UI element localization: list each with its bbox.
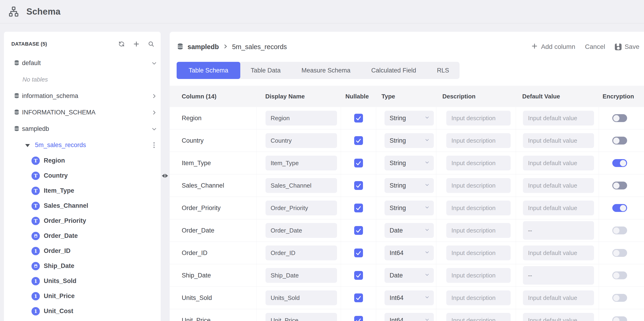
text-type-icon: T [32, 187, 40, 195]
sidebar-item-information-schema[interactable]: INFORMATION_SCHEMA [4, 104, 161, 121]
nullable-checkbox[interactable] [354, 316, 363, 321]
description-input[interactable] [446, 268, 511, 283]
encryption-toggle[interactable] [612, 204, 627, 212]
description-input[interactable] [446, 290, 511, 305]
sidebar-item-default[interactable]: default [4, 55, 161, 71]
sidebar-column-order-date[interactable]: Order_Date [4, 228, 161, 243]
chevron-right-icon[interactable] [151, 93, 158, 99]
panel-resize-handle[interactable] [161, 172, 169, 179]
default-value-box[interactable]: -- [523, 221, 594, 240]
display-name-input[interactable] [266, 223, 337, 238]
sidebar-column-order-priority[interactable]: TOrder_Priority [4, 213, 161, 228]
chevron-down-icon[interactable] [151, 126, 158, 132]
nullable-checkbox[interactable] [354, 159, 363, 167]
sidebar-column-unit-price[interactable]: 1Unit_Price [4, 288, 161, 304]
nullable-checkbox[interactable] [354, 136, 363, 145]
type-select[interactable]: String [384, 178, 434, 193]
description-input[interactable] [446, 201, 511, 215]
type-select[interactable]: Int64 [384, 313, 434, 321]
default-value-input[interactable] [523, 178, 594, 193]
type-cell: Int64 [376, 309, 436, 321]
nullable-checkbox[interactable] [354, 204, 363, 212]
description-cell [436, 197, 516, 219]
add-column-button[interactable]: Add column [531, 43, 575, 51]
encryption-toggle[interactable] [612, 159, 627, 167]
nullable-checkbox[interactable] [354, 293, 363, 302]
description-input[interactable] [446, 133, 511, 148]
default-value-input[interactable] [523, 245, 594, 260]
encryption-toggle[interactable] [612, 114, 627, 122]
nullable-checkbox[interactable] [354, 271, 363, 280]
description-input[interactable] [446, 245, 511, 260]
sidebar-column-units-sold[interactable]: 1Units_Sold [4, 273, 161, 288]
tab-measure-schema[interactable]: Measure Schema [291, 62, 361, 79]
sidebar-column-region[interactable]: TRegion [4, 153, 161, 168]
encryption-toggle[interactable] [612, 137, 627, 145]
search-icon[interactable] [148, 41, 155, 48]
nullable-checkbox[interactable] [354, 248, 363, 257]
tab-rls[interactable]: RLS [426, 62, 460, 79]
default-value-input[interactable] [523, 201, 594, 215]
sidebar-column-sales-channel[interactable]: TSales_Channel [4, 198, 161, 213]
type-select[interactable]: Date [384, 223, 434, 238]
refresh-icon[interactable] [118, 41, 125, 48]
default-value-input[interactable] [523, 290, 594, 305]
cancel-button[interactable]: Cancel [585, 43, 605, 51]
add-database-icon[interactable] [133, 41, 140, 48]
display-name-input[interactable] [266, 156, 337, 170]
display-name-input[interactable] [266, 245, 337, 260]
sidebar-column-country[interactable]: TCountry [4, 168, 161, 183]
tab-table-schema[interactable]: Table Schema [177, 62, 240, 79]
nullable-checkbox[interactable] [354, 181, 363, 190]
encryption-cell [599, 129, 644, 152]
sidebar-item-5m-sales-records[interactable]: 5m_sales_records [4, 137, 161, 153]
column-name: Order_ID [182, 249, 208, 257]
nullable-checkbox[interactable] [354, 226, 363, 235]
display-name-input[interactable] [266, 290, 337, 305]
type-select[interactable]: String [384, 201, 434, 215]
column-name-cell: Ship_Date [170, 264, 256, 286]
type-select[interactable]: String [384, 156, 434, 170]
chevron-right-icon[interactable] [151, 109, 158, 116]
breadcrumb-table: 5m_sales_records [232, 43, 287, 51]
cancel-label: Cancel [585, 43, 605, 51]
chevron-down-icon[interactable] [151, 60, 158, 67]
tab-table-data[interactable]: Table Data [240, 62, 291, 79]
description-input[interactable] [446, 313, 511, 321]
nullable-checkbox[interactable] [354, 114, 363, 123]
type-select[interactable]: Int64 [384, 290, 434, 305]
display-name-input[interactable] [266, 313, 337, 321]
type-select[interactable]: String [384, 133, 434, 148]
breadcrumb-database[interactable]: sampledb [188, 43, 219, 51]
sidebar-column-ship-date[interactable]: Ship_Date [4, 258, 161, 273]
default-value-input[interactable] [523, 156, 594, 170]
encryption-toggle[interactable] [612, 182, 627, 189]
type-select[interactable]: Date [384, 268, 434, 283]
display-name-input[interactable] [266, 111, 337, 126]
default-value-box[interactable]: -- [523, 266, 594, 285]
default-value-input[interactable] [523, 111, 594, 126]
sidebar-item-sampledb[interactable]: sampledb [4, 121, 161, 137]
expand-triangle-icon[interactable] [25, 144, 30, 147]
encryption-toggle [612, 271, 627, 279]
display-name-input[interactable] [266, 133, 337, 148]
description-input[interactable] [446, 178, 511, 193]
default-value-input[interactable] [523, 133, 594, 148]
default-value-input[interactable] [523, 313, 594, 321]
default-value-cell [516, 129, 599, 152]
sidebar-column-item-type[interactable]: TItem_Type [4, 183, 161, 198]
display-name-input[interactable] [266, 268, 337, 283]
tab-calculated-field[interactable]: Calculated Field [361, 62, 427, 79]
type-select[interactable]: String [384, 111, 434, 126]
display-name-input[interactable] [266, 201, 337, 215]
sidebar-column-order-id[interactable]: 1Order_ID [4, 243, 161, 258]
description-input[interactable] [446, 111, 511, 126]
type-select[interactable]: Int64 [384, 245, 434, 260]
sidebar-item-information-schema[interactable]: information_schema [4, 88, 161, 104]
kebab-menu-icon[interactable] [152, 141, 156, 149]
save-button[interactable]: Save [615, 43, 639, 51]
description-input[interactable] [446, 223, 511, 238]
description-input[interactable] [446, 156, 511, 170]
sidebar-column-unit-cost[interactable]: 1Unit_Cost [4, 304, 161, 319]
display-name-input[interactable] [266, 178, 337, 193]
